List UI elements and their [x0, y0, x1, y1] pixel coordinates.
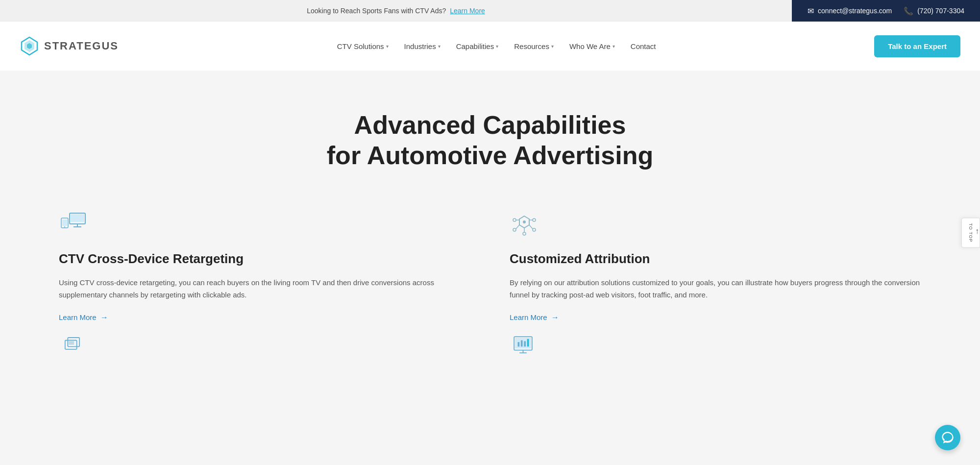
- title-line-1: Advanced Capabilities: [354, 111, 626, 139]
- email-icon: ✉: [808, 6, 814, 16]
- nav-ctv-solutions[interactable]: CTV Solutions ▾: [330, 38, 395, 54]
- nav-resources[interactable]: Resources ▾: [507, 38, 561, 54]
- svg-rect-31: [524, 341, 526, 346]
- nav-capabilities-label: Capabilities: [456, 42, 494, 50]
- bottom-left-icon: [59, 332, 88, 362]
- nav-contact-label: Contact: [631, 42, 656, 50]
- attribution-title: Customized Attribution: [510, 251, 921, 267]
- nav-industries[interactable]: Industries ▾: [397, 38, 447, 54]
- banner-learn-more[interactable]: Learn More: [450, 7, 485, 15]
- main-nav: CTV Solutions ▾ Industries ▾ Capabilitie…: [330, 38, 663, 54]
- nav-who-we-are-label: Who We Are: [569, 42, 611, 50]
- to-top-label: TO TOP: [968, 223, 973, 242]
- svg-rect-29: [518, 342, 520, 346]
- svg-point-13: [533, 219, 536, 221]
- nav-capabilities[interactable]: Capabilities ▾: [449, 38, 506, 54]
- chevron-down-icon: ▾: [386, 44, 389, 49]
- svg-point-19: [523, 232, 526, 235]
- capability-card-ctv-retargeting: CTV Cross-Device Retargeting Using CTV c…: [59, 210, 470, 322]
- title-line-2: for Automotive Advertising: [327, 141, 653, 170]
- svg-point-17: [513, 219, 516, 221]
- phone-number: (720) 707-3304: [917, 7, 964, 15]
- banner-text: Looking to Reach Sports Fans with CTV Ad…: [307, 7, 446, 15]
- svg-rect-8: [62, 220, 67, 226]
- svg-line-22: [516, 225, 519, 229]
- ctv-retargeting-learn-more[interactable]: Learn More →: [59, 313, 108, 322]
- logo[interactable]: STRATEGUS: [20, 36, 119, 56]
- arrow-icon: →: [100, 313, 108, 322]
- email-address: connect@strategus.com: [818, 7, 892, 15]
- top-banner-contact: ✉ connect@strategus.com 📞 (720) 707-3304: [792, 0, 980, 22]
- svg-point-15: [533, 228, 536, 231]
- chevron-down-icon: ▾: [438, 44, 441, 49]
- nav-contact[interactable]: Contact: [624, 38, 663, 54]
- nav-resources-label: Resources: [514, 42, 549, 50]
- nav-industries-label: Industries: [404, 42, 436, 50]
- svg-line-16: [529, 225, 533, 229]
- page-title: Advanced Capabilities for Automotive Adv…: [59, 110, 921, 171]
- svg-rect-4: [71, 214, 84, 222]
- arrow-icon-2: →: [551, 313, 559, 322]
- top-banner-message: Looking to Reach Sports Fans with CTV Ad…: [0, 7, 792, 15]
- attribution-learn-more[interactable]: Learn More →: [510, 313, 559, 322]
- svg-point-21: [513, 228, 516, 231]
- svg-rect-23: [65, 340, 77, 349]
- capability-card-bottom-right: [510, 332, 921, 366]
- attribution-icon: [510, 210, 539, 240]
- talk-to-expert-button[interactable]: Talk to an Expert: [874, 35, 960, 57]
- capability-card-bottom-left: [59, 332, 470, 366]
- capability-card-attribution: Customized Attribution By relying on our…: [510, 210, 921, 322]
- svg-point-12: [523, 220, 526, 223]
- svg-rect-6: [74, 226, 81, 227]
- nav-ctv-solutions-label: CTV Solutions: [337, 42, 384, 50]
- svg-rect-30: [521, 340, 523, 346]
- top-banner: Looking to Reach Sports Fans with CTV Ad…: [0, 0, 980, 22]
- ctv-retargeting-title: CTV Cross-Device Retargeting: [59, 251, 470, 267]
- chevron-down-icon: ▾: [551, 44, 554, 49]
- ctv-retargeting-icon: [59, 210, 88, 240]
- phone-icon: 📞: [904, 6, 913, 16]
- email-contact[interactable]: ✉ connect@strategus.com: [808, 6, 892, 16]
- svg-rect-32: [527, 339, 529, 347]
- main-content: Advanced Capabilities for Automotive Adv…: [0, 71, 980, 395]
- hero-section: Advanced Capabilities for Automotive Adv…: [59, 110, 921, 171]
- capabilities-grid-bottom: [59, 332, 921, 366]
- up-arrow-icon: ↑: [975, 227, 980, 236]
- phone-contact[interactable]: 📞 (720) 707-3304: [904, 6, 964, 16]
- logo-text: STRATEGUS: [44, 40, 119, 52]
- header: STRATEGUS CTV Solutions ▾ Industries ▾ C…: [0, 22, 980, 71]
- ctv-retargeting-description: Using CTV cross-device retargeting, you …: [59, 276, 470, 301]
- capabilities-grid: CTV Cross-Device Retargeting Using CTV c…: [59, 210, 921, 322]
- nav-who-we-are[interactable]: Who We Are ▾: [563, 38, 622, 54]
- bottom-right-icon: [510, 332, 539, 362]
- attribution-description: By relying on our attribution solutions …: [510, 276, 921, 301]
- chevron-down-icon: ▾: [612, 44, 615, 49]
- to-top-button[interactable]: ↑ TO TOP: [961, 218, 980, 247]
- logo-icon: [20, 36, 39, 56]
- svg-point-9: [64, 226, 65, 227]
- learn-more-label: Learn More: [59, 313, 97, 321]
- chevron-down-icon: ▾: [496, 44, 498, 49]
- learn-more-label-2: Learn More: [510, 313, 547, 321]
